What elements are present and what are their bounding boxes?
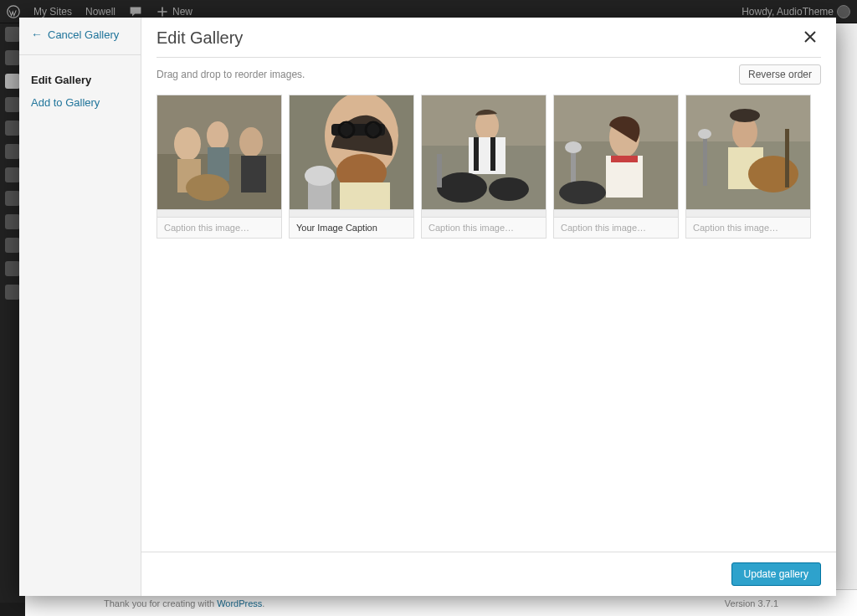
comment-icon	[129, 5, 142, 18]
svg-point-41	[748, 156, 798, 192]
cancel-gallery-link[interactable]: ← Cancel Gallery	[31, 28, 129, 41]
menu-icon-appearance[interactable]	[5, 167, 20, 182]
my-account-menu[interactable]: Howdy, AudioTheme	[742, 5, 850, 18]
svg-rect-27	[437, 154, 442, 187]
wordpress-icon	[7, 5, 20, 18]
svg-point-44	[698, 129, 711, 139]
thumb-handle[interactable]	[422, 209, 546, 218]
avatar	[837, 5, 850, 18]
modal-title: Edit Gallery	[157, 28, 243, 48]
menu-icon-users[interactable]	[5, 214, 20, 229]
caption-input[interactable]	[686, 218, 810, 238]
site-name-menu[interactable]: Nowell	[85, 6, 115, 18]
svg-rect-42	[785, 129, 789, 187]
media-modal-sidebar: ← Cancel Gallery Edit Gallery Add to Gal…	[19, 18, 141, 596]
gallery-thumb[interactable]	[421, 95, 547, 239]
plus-icon	[156, 5, 169, 18]
menu-icon-posts[interactable]	[5, 74, 20, 89]
close-button[interactable]	[799, 28, 821, 49]
svg-rect-24	[490, 137, 495, 171]
svg-point-26	[489, 177, 529, 201]
modal-footer: Update gallery	[141, 552, 836, 596]
svg-rect-23	[474, 137, 479, 171]
menu-icon-pages[interactable]	[5, 121, 20, 136]
svg-point-34	[565, 141, 582, 153]
new-content-menu[interactable]: New	[156, 5, 192, 18]
svg-point-25	[437, 172, 487, 203]
gallery-thumb[interactable]	[157, 95, 282, 239]
gallery-thumbnails-area	[141, 91, 836, 552]
menu-icon-updates[interactable]	[5, 50, 20, 65]
my-sites-menu[interactable]: My Sites	[33, 6, 72, 18]
wp-logo[interactable]	[7, 5, 20, 18]
svg-point-7	[239, 127, 263, 157]
thumb-handle[interactable]	[157, 209, 281, 218]
svg-rect-18	[340, 182, 390, 209]
menu-icon-settings[interactable]	[5, 261, 20, 276]
thumb-image	[686, 95, 810, 209]
caption-input[interactable]	[422, 218, 546, 238]
svg-rect-32	[611, 156, 638, 162]
thumb-handle[interactable]	[290, 209, 413, 218]
close-icon	[804, 31, 816, 43]
media-modal: ← Cancel Gallery Edit Gallery Add to Gal…	[19, 18, 836, 596]
thumb-handle[interactable]	[554, 209, 678, 218]
svg-point-3	[174, 127, 201, 161]
svg-point-39	[730, 109, 760, 122]
wp-version: Version 3.7.1	[725, 598, 778, 608]
reverse-order-button[interactable]: Reverse order	[739, 64, 821, 85]
menu-icon-plugins[interactable]	[5, 191, 20, 206]
wordpress-link[interactable]: WordPress	[217, 598, 262, 608]
menu-icon-collapse[interactable]	[5, 285, 20, 300]
drag-instruction: Drag and drop to reorder images.	[157, 69, 305, 80]
gallery-thumb[interactable]	[685, 95, 811, 239]
svg-point-0	[8, 5, 19, 17]
sidebar-item-edit-gallery[interactable]: Edit Gallery	[31, 69, 129, 91]
update-gallery-button[interactable]: Update gallery	[731, 562, 821, 586]
svg-point-9	[186, 174, 229, 201]
thumb-image	[554, 95, 678, 209]
sidebar-item-add-to-gallery[interactable]: Add to Gallery	[31, 91, 129, 114]
svg-rect-43	[703, 136, 707, 186]
caption-input[interactable]	[554, 218, 678, 238]
thumb-handle[interactable]	[686, 209, 810, 218]
gallery-thumb[interactable]	[553, 95, 679, 239]
thumb-image	[157, 95, 281, 209]
media-modal-main: Edit Gallery Drag and drop to reorder im…	[141, 18, 836, 596]
svg-point-17	[305, 166, 335, 186]
svg-point-35	[559, 181, 606, 204]
gallery-thumb[interactable]	[289, 95, 414, 239]
svg-rect-8	[241, 156, 266, 192]
thumb-image	[290, 95, 413, 209]
thumb-image	[422, 95, 546, 209]
arrow-left-icon: ←	[31, 28, 43, 41]
menu-icon-media[interactable]	[5, 97, 20, 112]
svg-point-5	[207, 121, 228, 150]
gallery-toolbar: Drag and drop to reorder images. Reverse…	[141, 58, 836, 91]
caption-input[interactable]	[290, 218, 413, 238]
menu-icon-dashboard[interactable]	[5, 27, 20, 42]
comments-menu[interactable]	[129, 5, 142, 18]
menu-icon-comments[interactable]	[5, 144, 20, 159]
caption-input[interactable]	[157, 218, 281, 238]
menu-icon-tools[interactable]	[5, 238, 20, 253]
footer-thanks: Thank you for creating with WordPress.	[104, 598, 264, 608]
howdy-text: Howdy, AudioTheme	[742, 6, 834, 18]
